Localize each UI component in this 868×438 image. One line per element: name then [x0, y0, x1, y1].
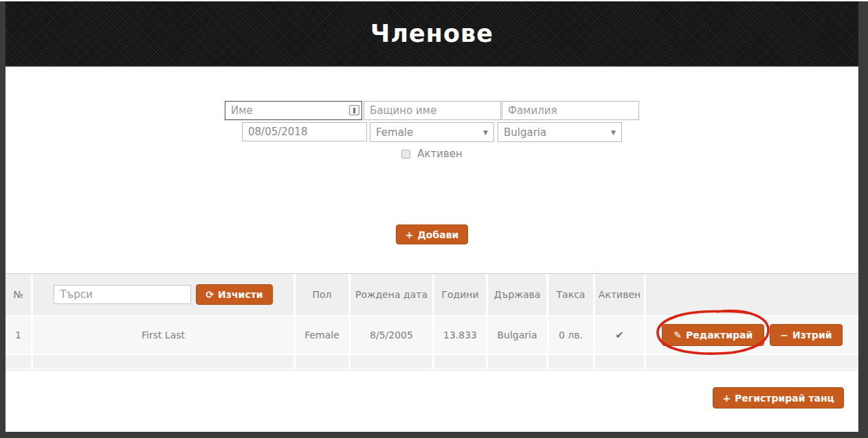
name-fields-row — [5, 101, 858, 120]
cell-actions: ✎ Редактирай − Изтрий — [646, 316, 858, 354]
chevron-down-icon: ▼ — [483, 129, 488, 136]
clear-search-label: Изчисти — [218, 289, 263, 300]
refresh-icon: ⟳ — [205, 289, 214, 300]
active-checkbox[interactable] — [401, 150, 410, 159]
page-title: Членове — [370, 20, 493, 47]
check-icon: ✔ — [615, 329, 624, 341]
cell-active: ✔ — [595, 316, 646, 354]
cell-age: 13.833 — [434, 316, 488, 354]
details-fields-row: Female ▼ Bulgaria ▼ — [5, 122, 858, 142]
column-header-active: Активен — [595, 274, 646, 315]
column-header-number: № — [5, 274, 33, 315]
pencil-icon: ✎ — [674, 330, 682, 341]
members-page: Членове Female ▼ Bulgaria ▼ Активен — [5, 1, 858, 432]
middle-name-input[interactable] — [364, 101, 501, 120]
column-header-actions — [646, 274, 858, 315]
edit-button-label: Редактирай — [686, 330, 753, 341]
column-header-age: Години — [434, 274, 488, 315]
table-row: 1 First Last Female 8/5/2005 13.833 Bulg… — [5, 316, 858, 355]
first-name-wrapper — [225, 101, 362, 120]
delete-button[interactable]: − Изтрий — [770, 324, 842, 346]
members-table: № ⟳ Изчисти Пол Рождена дата Години Държ… — [5, 273, 858, 371]
register-button-row: + Регистрирай танц — [5, 387, 858, 408]
family-name-input[interactable] — [502, 101, 639, 120]
clear-search-button[interactable]: ⟳ Изчисти — [196, 284, 272, 305]
cell-birth-date: 8/5/2005 — [350, 316, 434, 354]
member-form: Female ▼ Bulgaria ▼ Активен + Добави — [5, 67, 858, 244]
autofill-icon[interactable] — [349, 105, 359, 115]
minus-icon: − — [780, 330, 788, 341]
search-input[interactable] — [54, 285, 191, 304]
plus-icon: + — [405, 229, 414, 240]
add-button-label: Добави — [417, 229, 458, 240]
table-header-row: № ⟳ Изчисти Пол Рождена дата Години Държ… — [5, 274, 858, 316]
gender-select-value: Female — [376, 126, 413, 139]
column-header-fee: Такса — [548, 274, 595, 315]
cell-gender: Female — [296, 316, 350, 354]
country-select[interactable]: Bulgaria ▼ — [498, 122, 622, 142]
add-button[interactable]: + Добави — [396, 224, 469, 244]
cell-country: Bulgaria — [488, 316, 548, 354]
page-header: Членове — [5, 1, 858, 67]
first-name-input[interactable] — [225, 101, 362, 120]
gender-select[interactable]: Female ▼ — [370, 122, 494, 142]
delete-button-label: Изтрий — [792, 330, 832, 341]
cell-name: First Last — [33, 316, 296, 354]
country-select-value: Bulgaria — [504, 126, 546, 139]
table-footer-row — [5, 355, 858, 370]
cell-fee: 0 лв. — [548, 316, 595, 354]
active-checkbox-label: Активен — [417, 148, 463, 160]
column-header-gender: Пол — [296, 274, 350, 315]
birth-date-input[interactable] — [242, 122, 367, 141]
edit-button[interactable]: ✎ Редактирай — [662, 324, 764, 346]
column-header-country: Държава — [488, 274, 548, 315]
column-header-name: ⟳ Изчисти — [33, 274, 296, 315]
register-dance-label: Регистрирай танц — [735, 393, 834, 404]
register-dance-button[interactable]: + Регистрирай танц — [713, 387, 844, 408]
chevron-down-icon: ▼ — [611, 129, 616, 136]
active-checkbox-row: Активен — [5, 148, 858, 160]
cell-number: 1 — [5, 316, 33, 354]
column-header-birth-date: Рождена дата — [350, 274, 434, 315]
plus-icon: + — [722, 393, 731, 404]
add-button-row: + Добави — [5, 224, 858, 244]
